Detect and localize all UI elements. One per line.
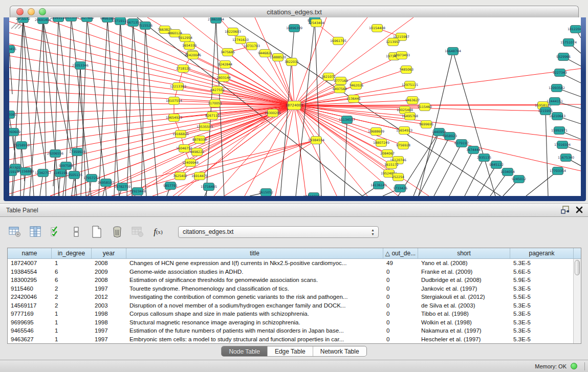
column-header-pagerank[interactable]: pagerank: [510, 248, 574, 258]
table-row[interactable]: 2242004622012Investigating the contribut…: [8, 293, 573, 301]
tab-edge-table[interactable]: Edge Table: [268, 346, 313, 356]
table-row[interactable]: 946362711997Embryonic stem cells: a mode…: [8, 335, 573, 344]
memory-status-indicator[interactable]: [571, 363, 577, 369]
table-cell: 5.3E-5: [510, 301, 573, 310]
table-cell: 22420046: [8, 293, 52, 301]
citation-network-graph[interactable]: 1872400724055722069140618949116106532871…: [9, 17, 581, 196]
graph-edge[interactable]: [133, 23, 146, 196]
graph-node-label: 3475685: [221, 50, 235, 54]
table-row[interactable]: 1872400712008Changes of HCN gene express…: [8, 259, 573, 268]
table-cell: 5.3E-5: [510, 285, 573, 293]
import-table-icon[interactable]: [130, 225, 145, 239]
graph-node-label: 16961705: [330, 39, 346, 42]
column-header-title[interactable]: title: [126, 248, 383, 258]
graph-node-label: 9329966: [556, 55, 571, 58]
network-window-titlebar[interactable]: citations_edges.txt: [10, 6, 579, 17]
graph-edge[interactable]: [449, 150, 473, 196]
column-header-year[interactable]: year: [92, 248, 126, 258]
table-cell: 1: [52, 259, 92, 268]
graph-node-label: 6958923: [443, 134, 457, 138]
table-cell: 2008: [92, 259, 126, 268]
graph-edge[interactable]: [99, 18, 107, 196]
close-window-button[interactable]: [16, 8, 24, 15]
table-row[interactable]: 911546021997Tourette syndrome. Phenomeno…: [8, 285, 573, 293]
table-row[interactable]: 977716911998Corpus callosum shape and si…: [8, 310, 573, 318]
table-cell: 2: [52, 285, 92, 293]
table-mode-icon[interactable]: [7, 225, 23, 239]
graph-node-label: 7462026: [349, 83, 363, 87]
graph-edge[interactable]: [434, 143, 462, 196]
graph-edge[interactable]: [21, 145, 25, 181]
select-columns-icon[interactable]: [48, 225, 63, 239]
graph-node-label: 11675340: [558, 156, 574, 159]
table-row[interactable]: 946554611997Estimation of the future num…: [8, 326, 573, 335]
graph-edge[interactable]: [9, 68, 294, 105]
graph-node-label: 21053346: [72, 63, 89, 67]
graph-edge[interactable]: [214, 105, 294, 196]
graph-edge[interactable]: [546, 111, 548, 196]
graph-edge[interactable]: [114, 21, 120, 196]
table-cell: 5.3E-5: [510, 310, 573, 318]
graph-edge[interactable]: [526, 171, 558, 196]
table-cell: Wolkin et al. (1998): [418, 318, 510, 327]
table-cell: 9777169: [8, 310, 52, 318]
column-header-short[interactable]: short: [418, 248, 510, 258]
table-cell: 19384554: [8, 268, 52, 276]
column-header-name[interactable]: name: [8, 248, 52, 258]
graph-edge[interactable]: [87, 18, 106, 196]
graph-edge[interactable]: [81, 18, 87, 196]
minimize-window-button[interactable]: [28, 8, 35, 15]
graph-edge[interactable]: [112, 17, 294, 105]
table-cell: 14569117: [8, 301, 52, 310]
graph-edge[interactable]: [212, 105, 294, 116]
graph-node-label: 9115460: [418, 105, 432, 108]
function-builder-icon[interactable]: f(x): [150, 225, 166, 239]
graph-node-label: 6497568: [333, 87, 347, 91]
table-cell: Dudbridge et al. (2008): [418, 276, 510, 285]
graph-edge[interactable]: [163, 113, 273, 173]
table-cell: 0: [383, 318, 418, 327]
graph-node-label: 20206556: [47, 151, 63, 155]
graph-node-label: 19166825: [172, 132, 189, 136]
column-header-in_degree[interactable]: in_degree: [52, 248, 92, 258]
graph-edge[interactable]: [344, 120, 347, 196]
graph-edge[interactable]: [193, 55, 294, 105]
graph-edge[interactable]: [145, 26, 158, 196]
graph-node-label: 9446821: [258, 51, 272, 55]
canvas-resize-grip[interactable]: [9, 17, 23, 30]
graph-edge[interactable]: [9, 44, 294, 105]
table-row[interactable]: 1456911722003Disruption of a novel membe…: [8, 301, 573, 310]
dropdown-arrows-icon: ▲▼: [371, 228, 375, 236]
network-canvas[interactable]: 1872400724055722069140618949116106532871…: [9, 17, 581, 196]
show-columns-icon[interactable]: [28, 225, 43, 239]
row-height-icon[interactable]: [69, 225, 84, 239]
scrollbar-thumb[interactable]: [575, 260, 580, 275]
table-cell: Yano et al. (2008): [418, 259, 510, 268]
table-row[interactable]: 1938455462009Genome-wide association stu…: [8, 268, 573, 276]
memory-status-label: Memory: OK: [535, 363, 567, 369]
graph-edge[interactable]: [453, 51, 495, 196]
table-row[interactable]: 969969511998Structural magnetic resonanc…: [8, 318, 573, 327]
graph-node-label: 10973493: [394, 53, 410, 57]
float-panel-icon[interactable]: [561, 206, 570, 214]
create-table-icon[interactable]: [89, 225, 104, 239]
graph-node-label: 18300295: [265, 111, 281, 115]
delete-table-icon[interactable]: [110, 225, 125, 239]
table-select-dropdown[interactable]: citations_edges.txt ▲▼: [178, 226, 379, 238]
table-vertical-scrollbar[interactable]: [573, 259, 581, 343]
graph-node-label: 15751074: [560, 40, 577, 44]
column-header-out_de[interactable]: △ out_de...: [383, 248, 418, 258]
graph-edge[interactable]: [294, 105, 381, 143]
table-row[interactable]: 1830029562008Estimation of significance …: [8, 276, 573, 285]
graph-node-label: 11156869: [17, 169, 34, 173]
tab-network-table[interactable]: Network Table: [313, 346, 366, 356]
graph-edge[interactable]: [183, 69, 294, 105]
table-cell: 6: [52, 276, 92, 285]
close-panel-icon[interactable]: [576, 206, 583, 213]
graph-edge[interactable]: [229, 17, 500, 196]
graph-node-label: 21861094: [208, 17, 224, 21]
table-panel-header[interactable]: Table Panel: [0, 203, 588, 217]
zoom-window-button[interactable]: [39, 8, 46, 15]
tab-node-table[interactable]: Node Table: [222, 346, 268, 356]
graph-node-label: 7515526: [138, 24, 153, 27]
